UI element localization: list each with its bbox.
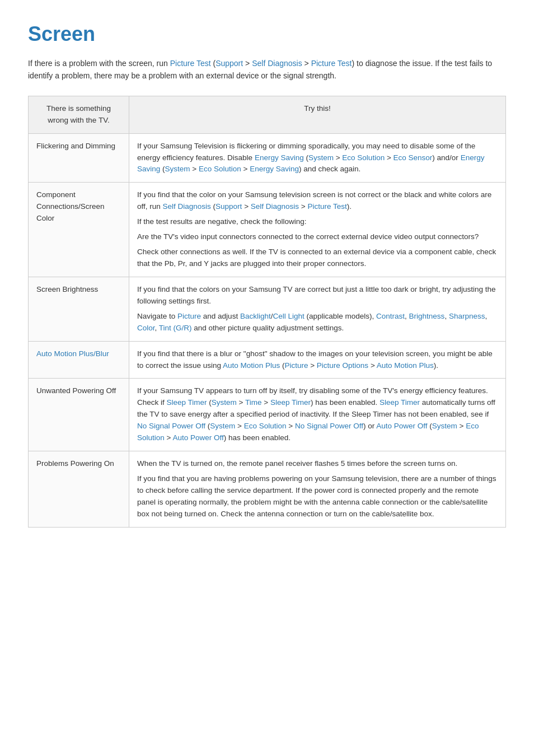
try-text-span: If the test results are negative, check … — [137, 217, 306, 226]
try-link[interactable]: No Signal Power Off — [295, 422, 363, 430]
troubleshooting-table: There is something wrong with the TV. Tr… — [28, 96, 506, 528]
try-paragraph-2-1: Navigate to Picture and adjust Backlight… — [137, 311, 498, 334]
try-text-span: > — [242, 202, 250, 211]
try-paragraph-4-0: If your Samsung TV appears to turn off b… — [137, 385, 498, 444]
try-link[interactable]: Brightness — [409, 312, 445, 320]
try-text-span: (applicable models), — [305, 312, 376, 320]
try-link[interactable]: Auto Power Off — [376, 422, 427, 430]
try-text-span: > — [308, 361, 316, 370]
try-text-span: > — [299, 202, 307, 211]
try-link[interactable]: System — [308, 153, 334, 162]
try-text-span: > — [261, 398, 270, 407]
try-link[interactable]: Eco Sensor — [394, 153, 433, 162]
table-row-try-1: If you find that the color on your Samsu… — [129, 183, 506, 277]
try-paragraph-5-0: When the TV is turned on, the remote pan… — [137, 458, 498, 470]
try-text-span: > — [235, 422, 243, 430]
try-text-span: ( — [304, 153, 308, 162]
intro-link-picture-test[interactable]: Picture Test — [170, 59, 211, 68]
try-text-span: , — [405, 312, 409, 320]
try-text-span: If you find that you are having problems… — [137, 474, 496, 518]
table-header-try: Try this! — [129, 96, 506, 133]
try-text-span: ( — [428, 422, 432, 430]
try-paragraph-1-3: Check other connections as well. If the … — [137, 246, 498, 270]
try-link[interactable]: Picture Test — [307, 202, 346, 211]
try-link[interactable]: Sharpness — [449, 312, 485, 320]
try-link[interactable]: System — [210, 422, 235, 430]
try-link[interactable]: Time — [245, 398, 262, 407]
try-link[interactable]: Sleep Timer — [167, 398, 207, 407]
table-row-issue-0: Flickering and Dimming — [29, 133, 129, 183]
try-text-span: When the TV is turned on, the remote pan… — [137, 459, 457, 468]
intro-arrow-2: > — [302, 59, 311, 68]
table-row-issue-1: Component Connections/Screen Color — [29, 183, 129, 277]
try-text-span: > — [457, 422, 466, 430]
try-text-span: ) has been enabled. — [311, 398, 380, 407]
try-text-span: ) or — [363, 422, 376, 430]
table-row-try-4: If your Samsung TV appears to turn off b… — [129, 379, 506, 451]
try-link[interactable]: System — [212, 398, 237, 407]
intro-arrow-1: > — [243, 59, 252, 68]
try-link[interactable]: Eco Solution — [244, 422, 287, 430]
intro-link-picture-test-2[interactable]: Picture Test — [311, 59, 352, 68]
try-link[interactable]: Energy Saving — [255, 153, 304, 162]
try-text-span: , — [485, 312, 487, 320]
try-text-span: > — [165, 433, 173, 442]
try-link[interactable]: Color — [137, 324, 155, 332]
table-row-try-3: If you find that there is a blur or "gho… — [129, 341, 506, 379]
try-text-span: > — [334, 153, 342, 162]
table-row-issue-4: Unwanted Powering Off — [29, 379, 129, 451]
try-link[interactable]: Sleep Timer — [380, 398, 420, 407]
try-link[interactable]: Auto Power Off — [172, 433, 223, 442]
try-link[interactable]: Picture Options — [317, 361, 368, 370]
try-link[interactable]: Eco Solution — [342, 153, 385, 162]
try-link[interactable]: System — [165, 165, 190, 173]
try-link[interactable]: Cell Light — [273, 312, 304, 320]
try-text-span: ) has been enabled. — [224, 433, 291, 442]
try-paragraph-1-1: If the test results are negative, check … — [137, 216, 498, 228]
try-link[interactable]: Picture — [284, 361, 308, 370]
try-text-span: and other picture quality adjustment set… — [192, 324, 344, 332]
try-link[interactable]: Self Diagnosis — [251, 202, 299, 211]
try-link[interactable]: Energy Saving — [250, 165, 299, 173]
page-title: Screen — [28, 22, 506, 46]
issue-link-3[interactable]: Auto Motion Plus/Blur — [36, 349, 109, 358]
try-link[interactable]: Tint (G/R) — [159, 324, 192, 332]
try-text-span: > — [287, 422, 295, 430]
table-row-issue-2: Screen Brightness — [29, 277, 129, 341]
try-text-span: , — [155, 324, 159, 332]
try-link[interactable]: Picture — [177, 312, 201, 320]
table-row-issue-5: Problems Powering On — [29, 451, 129, 528]
try-link[interactable]: No Signal Power Off — [137, 422, 205, 430]
try-text-span: > — [241, 165, 250, 173]
try-link[interactable]: Support — [216, 202, 242, 211]
try-link[interactable]: Backlight — [240, 312, 271, 320]
try-link[interactable]: Self Diagnosis — [163, 202, 211, 211]
try-link[interactable]: Eco Solution — [199, 165, 241, 173]
table-row-issue-3: Auto Motion Plus/Blur — [29, 341, 129, 379]
try-text-span: If you find that the colors on your Sams… — [137, 285, 496, 305]
try-link[interactable]: Auto Motion Plus — [223, 361, 280, 370]
try-text-span: Check other connections as well. If the … — [137, 248, 496, 268]
try-link[interactable]: Contrast — [376, 312, 405, 320]
intro-link-support[interactable]: Support — [216, 59, 243, 68]
try-text-span: Are the TV's video input connectors conn… — [137, 232, 479, 241]
try-text-span: ( — [160, 165, 165, 173]
intro-link-self-diagnosis[interactable]: Self Diagnosis — [252, 59, 302, 68]
try-text-span: > — [237, 398, 245, 407]
try-link[interactable]: Auto Motion Plus — [377, 361, 434, 370]
try-link[interactable]: Sleep Timer — [270, 398, 311, 407]
try-text-span: > — [190, 165, 199, 173]
try-text-span: Navigate to — [137, 312, 177, 320]
try-text-span: ( — [211, 202, 216, 211]
try-link[interactable]: System — [432, 422, 457, 430]
try-paragraph-0-0: If your Samsung Television is flickering… — [137, 141, 498, 176]
try-text-span: ) and check again. — [299, 165, 360, 173]
table-row-try-5: When the TV is turned on, the remote pan… — [129, 451, 506, 528]
try-text-span: > — [385, 153, 393, 162]
intro-paragraph: If there is a problem with the screen, r… — [28, 57, 506, 82]
try-text-span: > — [368, 361, 377, 370]
try-paragraph-2-0: If you find that the colors on your Sams… — [137, 284, 498, 307]
try-text-span: ). — [434, 361, 438, 370]
table-row-try-0: If your Samsung Television is flickering… — [129, 133, 506, 183]
try-text-span: ) and/or — [432, 153, 460, 162]
